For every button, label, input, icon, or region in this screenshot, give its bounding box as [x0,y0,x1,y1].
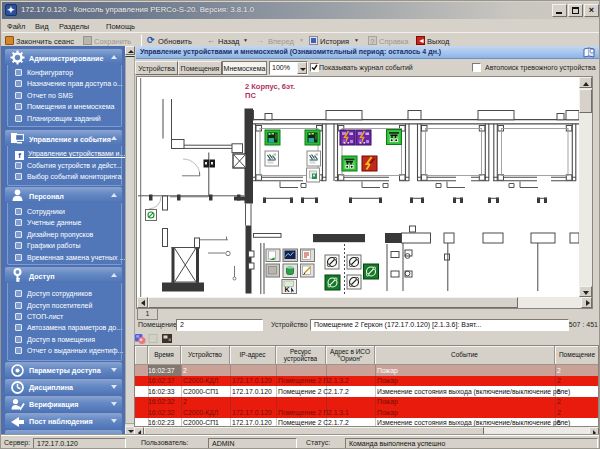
svg-text:ПС: ПС [245,91,256,100]
svg-text:2 Корпус, 6эт.: 2 Корпус, 6эт. [245,82,295,91]
